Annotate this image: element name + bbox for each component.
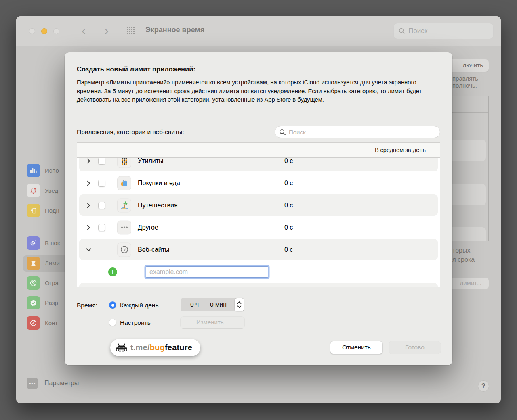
telegram-badge[interactable]: t.me/bugfeature xyxy=(110,339,200,356)
category-checkbox[interactable] xyxy=(98,202,105,209)
category-label: Веб-сайты xyxy=(138,246,170,253)
category-checkbox[interactable] xyxy=(98,158,105,165)
table-row[interactable]: Путешествия 0 с xyxy=(77,194,440,216)
category-checkbox[interactable] xyxy=(98,224,105,231)
table-row[interactable]: Покупки и еда 0 с xyxy=(77,172,440,194)
screen-time-window: лючить правлять полночь. торых я срока л… xyxy=(16,16,501,403)
chevron-right-icon[interactable] xyxy=(85,202,92,209)
category-checkbox[interactable] xyxy=(98,180,105,187)
done-button: Готово xyxy=(389,341,441,354)
next-row-sliver xyxy=(79,283,438,287)
new-app-limit-dialog: Создать новый лимит приложений: Параметр… xyxy=(65,52,452,365)
chevron-down-icon[interactable] xyxy=(85,247,92,253)
table-row[interactable]: Утилиты 0 с xyxy=(77,158,440,172)
table-scroll-area[interactable]: Утилиты 0 с xyxy=(77,158,440,287)
every-day-radio[interactable] xyxy=(109,301,116,309)
custom-radio[interactable] xyxy=(109,319,116,326)
time-stepper[interactable]: 0 ч 0 мин xyxy=(181,298,244,311)
palm-tree-icon xyxy=(117,198,131,212)
website-input-row: + xyxy=(77,261,440,283)
utilities-icon xyxy=(117,158,131,168)
table-row[interactable]: Другое 0 с xyxy=(77,216,440,238)
dialog-search[interactable] xyxy=(275,126,440,138)
shopping-bag-icon xyxy=(117,176,131,190)
minutes-value: 0 мин xyxy=(210,301,227,308)
category-label: Путешествия xyxy=(138,202,178,209)
stepper-arrows[interactable] xyxy=(235,298,244,311)
category-time-value: 0 с xyxy=(284,158,293,165)
hours-value: 0 ч xyxy=(190,301,199,308)
badge-feature: feature xyxy=(165,343,192,352)
website-url-input[interactable] xyxy=(146,266,268,278)
chevron-right-icon[interactable] xyxy=(85,158,92,164)
category-time-value: 0 с xyxy=(284,202,293,209)
dialog-description: Параметр «Лимиты приложений» применяется… xyxy=(77,78,442,104)
time-label: Время: xyxy=(77,302,97,309)
custom-label[interactable]: Настроить xyxy=(120,319,151,326)
list-label: Приложения, категории и веб-сайты: xyxy=(77,128,184,136)
category-time-value: 0 с xyxy=(284,180,293,187)
dialog-title: Создать новый лимит приложений: xyxy=(77,65,195,73)
chevron-right-icon[interactable] xyxy=(85,180,92,186)
badge-prefix: t.me/ xyxy=(130,343,150,352)
chevron-right-icon[interactable] xyxy=(85,224,92,231)
cancel-button[interactable]: Отменить xyxy=(330,341,382,354)
background-text-line: полночь. xyxy=(452,82,477,89)
search-icon xyxy=(279,129,286,136)
category-label: Покупки и еда xyxy=(138,180,180,187)
category-label: Утилиты xyxy=(138,158,164,165)
compass-icon xyxy=(117,242,131,257)
add-website-button[interactable]: + xyxy=(108,267,117,276)
category-time-value: 0 с xyxy=(284,224,293,231)
category-label: Другое xyxy=(138,224,158,231)
pixel-bug-icon xyxy=(116,343,127,352)
other-ellipsis-icon xyxy=(117,220,131,234)
table-header: В среднем за день xyxy=(77,143,440,158)
badge-bug: bug xyxy=(150,343,165,352)
table-header-label: В среднем за день xyxy=(375,147,426,153)
dialog-search-input[interactable] xyxy=(289,129,436,136)
background-text-line: торых xyxy=(452,247,470,254)
edit-schedule-button: Изменить... xyxy=(181,317,244,328)
category-time-value: 0 с xyxy=(284,246,293,253)
background-text-line: я срока xyxy=(452,256,475,263)
background-text-line: правлять xyxy=(452,75,478,82)
every-day-label[interactable]: Каждый день xyxy=(120,302,158,309)
categories-table: В среднем за день xyxy=(77,142,440,287)
table-row-websites[interactable]: Веб-сайты 0 с xyxy=(77,238,440,261)
